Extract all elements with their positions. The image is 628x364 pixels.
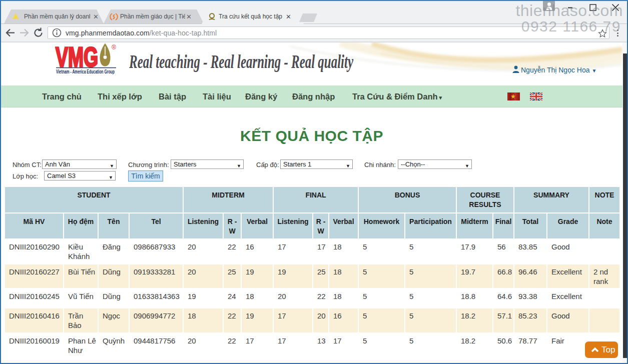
- svg-text:Real teaching - Real learning: Real teaching - Real learning - Real qua…: [129, 51, 353, 72]
- svg-text:®: ®: [112, 44, 116, 51]
- svg-text:Vietnam - America Education Gr: Vietnam - America Education Group: [56, 68, 115, 74]
